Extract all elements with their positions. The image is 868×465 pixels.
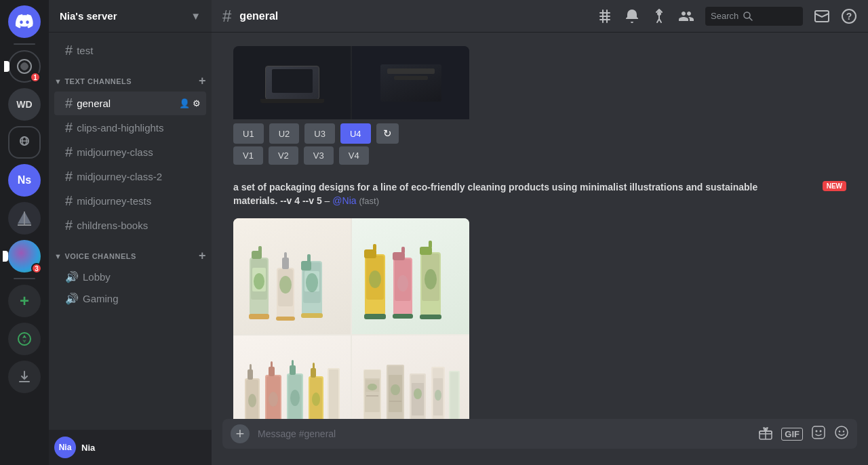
svg-rect-64 [271,361,273,368]
server-icon-ai2[interactable] [8,126,41,159]
svg-point-42 [369,270,381,288]
hash-icon: # [65,218,73,233]
channel-item-clips[interactable]: # clips-and-highlights [54,116,206,140]
variation-v1-button[interactable]: V1 [233,146,263,165]
prompt-text: a set of packaging designs for a line of… [233,181,762,207]
svg-point-100 [435,390,441,401]
server-icon-explore[interactable] [8,323,41,355]
channel-item-childrens-books[interactable]: # childrens-books [54,214,206,237]
server-badge-ai: 1 [30,72,41,83]
header-actions: Search ? [597,7,857,26]
gif-button[interactable]: GIF [781,428,803,441]
top-img-cell-2 [352,46,469,119]
chat-input-box: + Message #general GIF [222,419,857,449]
variation-v3-button[interactable]: V3 [304,146,334,165]
svg-rect-22 [249,314,269,319]
section-label: VOICE CHANNELS [64,252,136,260]
plus-icon: + [236,425,245,443]
inbox-icon[interactable] [814,8,830,24]
svg-rect-40 [373,244,376,251]
server-icon-download[interactable] [8,361,41,393]
svg-point-109 [835,426,848,439]
server-icon-sail[interactable] [8,202,41,235]
svg-rect-33 [301,261,311,270]
server-icon-galaxy[interactable]: 3 [8,240,41,272]
upscale-u4-button[interactable]: U4 [340,123,371,144]
variation-v4-button[interactable]: V4 [339,146,369,165]
svg-point-111 [843,430,844,432]
new-badge: NEW [823,181,846,191]
svg-rect-53 [420,315,441,319]
channel-item-general[interactable]: # general 👤 ⚙ [54,92,206,115]
svg-point-108 [820,430,822,432]
message-input[interactable]: Message #general [258,428,750,439]
add-attachment-button[interactable]: + [231,424,250,443]
variation-button-row: V1 V2 V3 V4 [233,146,857,165]
gift-icon[interactable] [758,425,773,443]
server-icon-add[interactable]: + [8,285,41,317]
server-header[interactable]: Nia's server ▼ [49,0,212,33]
svg-rect-92 [389,401,401,402]
user-bar: Nia Nia [49,430,212,465]
upscale-button-row: U1 U2 U3 U4 ↻ [233,123,857,144]
upscale-u1-button[interactable]: U1 [233,123,264,144]
server-divider-2 [14,278,35,279]
bottles-quadrant-4 [352,336,469,419]
server-icon-home[interactable] [8,5,41,38]
bottles-quadrant-1 [233,218,351,334]
notifications-icon[interactable] [624,8,640,24]
bottles-svg-3 [239,341,344,419]
chat-input-area: + Message #general GIF [212,419,868,465]
svg-point-23 [254,273,264,289]
sticker-icon[interactable] [811,425,826,443]
channel-item-test[interactable]: # test [54,39,206,62]
variation-v2-button[interactable]: V2 [269,146,298,165]
section-label: TEXT CHANNELS [64,77,132,85]
svg-rect-21 [258,246,262,253]
section-header-text[interactable]: ▼ TEXT CHANNELS + [49,63,212,91]
svg-point-36 [306,273,318,292]
threads-icon[interactable] [597,8,613,24]
svg-rect-26 [282,258,289,269]
main-content: # general [212,0,868,465]
channel-name: childrens-books [77,220,148,231]
svg-rect-35 [301,313,323,318]
channel-item-midjourney2[interactable]: # midjourney-class-2 [54,165,206,188]
channel-name: general [77,98,111,109]
channel-item-midjourney[interactable]: # midjourney-class [54,140,206,164]
section-header-voice[interactable]: ▼ VOICE CHANNELS + [49,238,212,266]
channel-name: clips-and-highlights [77,122,163,134]
upscale-u3-button[interactable]: U3 [304,123,335,144]
chevron-icon: ▼ [54,77,62,85]
refresh-button[interactable]: ↻ [376,123,399,144]
server-icon-wd[interactable]: WD [8,88,41,121]
settings-icon[interactable]: ⚙ [193,98,201,108]
top-img-cell-1 [233,46,351,119]
server-icon-ai[interactable]: 1 [8,50,41,83]
pinned-icon[interactable] [651,8,667,24]
channel-item-midjourney-tests[interactable]: # midjourney-tests [54,189,206,213]
messages-area[interactable]: U1 U2 U3 U4 ↻ V1 V2 V3 V4 [212,33,868,419]
voice-channel-name: Gaming [83,293,119,304]
hash-icon: # [65,193,73,209]
add-channel-button[interactable]: + [199,74,206,88]
help-icon[interactable]: ? [841,8,857,24]
svg-rect-75 [311,368,316,378]
svg-rect-46 [401,247,405,254]
mention-tag: @Nia [332,195,356,206]
emoji-icon[interactable] [834,425,849,443]
voice-channel-lobby[interactable]: 🔊 Lobby [54,266,206,287]
svg-rect-76 [313,363,315,369]
search-box[interactable]: Search [705,7,803,26]
voice-channel-gaming[interactable]: 🔊 Gaming [54,288,206,309]
members-icon[interactable] [678,8,694,24]
upscale-u2-button[interactable]: U2 [269,123,300,144]
add-voice-channel-button[interactable]: + [199,249,206,263]
message-group-1: U1 U2 U3 U4 ↻ V1 V2 V3 V4 [212,43,868,170]
svg-rect-41 [364,314,386,319]
bottles-svg-4 [358,341,463,419]
server-icon-ns[interactable]: Ns [8,164,41,197]
svg-text:?: ? [846,11,852,22]
svg-rect-70 [292,360,294,367]
svg-point-86 [368,384,377,390]
